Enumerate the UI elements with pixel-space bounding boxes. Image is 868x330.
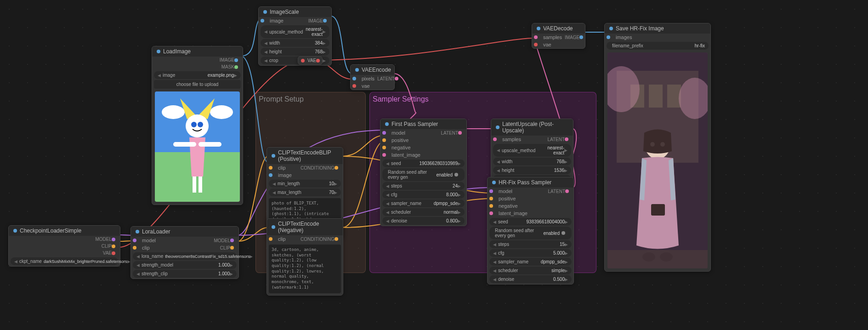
upscale-method-widget[interactable]: ◀upscale_methodnearest-exact▶ xyxy=(493,144,571,157)
cfg-widget[interactable]: ◀cfg8.000▶ xyxy=(382,191,465,199)
node-title[interactable]: VAEEncode xyxy=(351,65,394,75)
strength-clip-widget[interactable]: ◀strength_clip1.000▶ xyxy=(133,270,237,278)
node-hrfix-sampler[interactable]: HR-Fix Pass Sampler modelLATENT positive… xyxy=(487,177,574,284)
output-latent-socket[interactable] xyxy=(565,137,568,141)
steps-widget[interactable]: ◀steps24▶ xyxy=(382,182,465,190)
collapse-icon[interactable] xyxy=(385,122,389,126)
random-seed-widget[interactable]: Random seed after every genenabled xyxy=(489,227,572,239)
min-length-widget[interactable]: ◀min_length10▶ xyxy=(269,180,341,188)
input-negative-socket[interactable] xyxy=(489,204,493,208)
node-title[interactable]: LatentUpscale (Post-Upscale) xyxy=(491,119,573,136)
input-latent-socket[interactable] xyxy=(489,211,493,215)
scheduler-widget[interactable]: ◀schedulersimple▶ xyxy=(489,267,572,274)
node-load-image[interactable]: LoadImage IMAGE MASK ◀imageexample.png▶ … xyxy=(152,46,243,205)
output-clip-socket[interactable] xyxy=(112,245,115,248)
node-title[interactable]: CLIPTextEncodeBLIP (Positive) xyxy=(267,148,343,164)
input-clip-socket[interactable] xyxy=(133,246,136,250)
collapse-icon[interactable] xyxy=(136,230,139,233)
output-vae-socket[interactable] xyxy=(316,59,320,63)
input-negative-socket[interactable] xyxy=(382,146,386,149)
input-model-socket[interactable] xyxy=(382,131,386,135)
output-conditioning-socket[interactable] xyxy=(335,237,338,241)
output-vae-socket[interactable] xyxy=(112,251,115,255)
node-save-image[interactable]: Save HR-Fix Image images filename_prefix… xyxy=(604,23,711,272)
input-latent-socket[interactable] xyxy=(382,153,386,157)
output-model-socket[interactable] xyxy=(112,238,115,241)
collapse-icon[interactable] xyxy=(272,225,275,229)
collapse-icon[interactable] xyxy=(157,50,160,53)
collapse-icon[interactable] xyxy=(272,154,275,158)
collapse-icon[interactable] xyxy=(263,10,267,14)
chevron-right-icon[interactable]: ▶ xyxy=(234,73,237,78)
node-checkpoint-loader[interactable]: CheckpointLoaderSimple MODEL CLIP VAE ◀c… xyxy=(8,225,120,267)
input-clip-socket[interactable] xyxy=(269,237,272,241)
node-vae-decode[interactable]: VAEDecode samplesIMAGE vae xyxy=(532,23,585,49)
output-latent-socket[interactable] xyxy=(565,189,569,193)
image-select-widget[interactable]: ◀imageexample.png▶ xyxy=(154,71,241,79)
node-title[interactable]: CheckpointLoaderSimple xyxy=(9,226,120,236)
sampler-name-widget[interactable]: ◀sampler_namedpmpp_sde▶ xyxy=(489,258,572,266)
input-vae-socket[interactable] xyxy=(352,84,356,88)
input-image-socket[interactable] xyxy=(269,173,272,177)
toggle-icon[interactable] xyxy=(454,173,458,176)
random-seed-widget[interactable]: Random seed after every genenabled xyxy=(382,168,465,181)
upload-button[interactable]: choose file to upload xyxy=(154,80,241,89)
node-clip-text-encode-negative[interactable]: CLIPTextEncode (Negative) clipCONDITIONI… xyxy=(267,218,343,296)
steps-widget[interactable]: ◀steps15▶ xyxy=(489,240,572,248)
input-model-socket[interactable] xyxy=(133,239,136,242)
denoise-widget[interactable]: ◀denoise0.500▶ xyxy=(489,275,572,283)
node-title[interactable]: HR-Fix Pass Sampler xyxy=(488,177,573,188)
ckpt-name-widget[interactable]: ◀ckpt_namedarkSushiMixMix_brighterPruned… xyxy=(11,257,118,265)
node-vae-encode[interactable]: VAEEncode pixelsLATENT vae xyxy=(350,64,395,90)
collapse-icon[interactable] xyxy=(537,27,540,30)
input-positive-socket[interactable] xyxy=(382,138,386,142)
output-image-socket[interactable] xyxy=(234,58,238,62)
width-widget[interactable]: ◀width768▶ xyxy=(493,158,571,165)
lora-name-widget[interactable]: ◀lora_nametheovercomer8sContrastFix_sd15… xyxy=(133,252,237,260)
input-samples-socket[interactable] xyxy=(534,35,538,39)
max-length-widget[interactable]: ◀max_length70▶ xyxy=(269,188,341,196)
denoise-widget[interactable]: ◀denoise0.800▶ xyxy=(382,217,465,225)
output-latent-socket[interactable] xyxy=(458,131,462,135)
collapse-icon[interactable] xyxy=(492,181,496,184)
input-image-socket[interactable] xyxy=(261,19,264,23)
output-latent-socket[interactable] xyxy=(395,77,398,80)
height-widget[interactable]: ◀height768▶ xyxy=(261,48,329,56)
sampler-name-widget[interactable]: ◀sampler_namedpmpp_sde▶ xyxy=(382,199,465,207)
input-images-socket[interactable] xyxy=(607,35,610,39)
filename-prefix-widget[interactable]: filename_prefixhr-fix xyxy=(607,42,709,50)
node-vae-reroute[interactable]: VAE xyxy=(298,56,323,65)
output-mask-socket[interactable] xyxy=(234,65,238,69)
height-widget[interactable]: ◀height1536▶ xyxy=(493,166,571,174)
node-title[interactable]: LoraLoader xyxy=(131,227,238,237)
scheduler-widget[interactable]: ◀schedulernormal▶ xyxy=(382,208,465,216)
input-vae-socket[interactable] xyxy=(301,59,305,63)
output-clip-socket[interactable] xyxy=(230,246,234,250)
node-latent-upscale[interactable]: LatentUpscale (Post-Upscale) samplesLATE… xyxy=(491,119,573,184)
negative-prompt-text[interactable]: 3d, cartoon, anime, sketches, (worst qua… xyxy=(269,245,341,293)
output-model-socket[interactable] xyxy=(230,239,234,242)
collapse-icon[interactable] xyxy=(496,125,499,129)
collapse-icon[interactable] xyxy=(355,68,359,72)
strength-model-widget[interactable]: ◀strength_model1.000▶ xyxy=(133,261,237,269)
output-image-socket[interactable] xyxy=(579,35,583,39)
output-conditioning-socket[interactable] xyxy=(335,166,338,170)
seed-widget[interactable]: ◀seed938396618004000▶ xyxy=(489,218,572,226)
node-title[interactable]: CLIPTextEncode (Negative) xyxy=(267,219,343,235)
input-pixels-socket[interactable] xyxy=(352,77,356,80)
node-title[interactable]: ImageScale xyxy=(259,7,331,17)
width-widget[interactable]: ◀width384▶ xyxy=(261,39,329,47)
input-model-socket[interactable] xyxy=(489,189,493,193)
node-title[interactable]: VAEDecode xyxy=(532,23,585,34)
toggle-icon[interactable] xyxy=(562,231,565,235)
input-positive-socket[interactable] xyxy=(489,197,493,200)
node-title[interactable]: LoadImage xyxy=(152,46,243,57)
node-first-pass-sampler[interactable]: First Pass Sampler modelLATENT positive … xyxy=(380,119,467,226)
node-title[interactable]: First Pass Sampler xyxy=(380,119,466,129)
node-title[interactable]: Save HR-Fix Image xyxy=(605,23,710,34)
input-vae-socket[interactable] xyxy=(534,43,538,46)
node-lora-loader[interactable]: LoraLoader modelMODEL clipCLIP ◀lora_nam… xyxy=(130,226,239,279)
seed-widget[interactable]: ◀seed190366280310989▶ xyxy=(382,159,465,167)
output-image-socket[interactable] xyxy=(323,19,327,23)
collapse-icon[interactable] xyxy=(13,229,17,233)
